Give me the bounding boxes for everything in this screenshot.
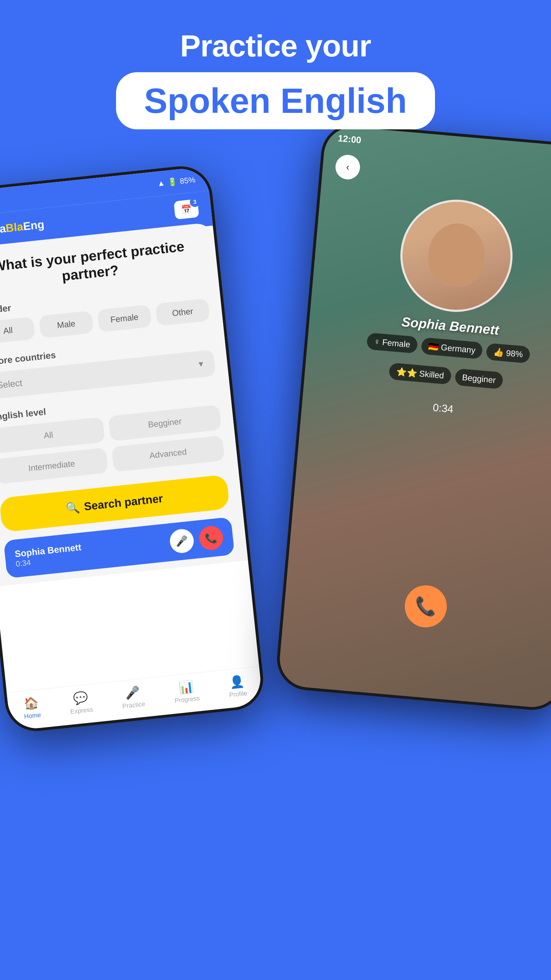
phone-left-inner: 12:00 ▲ 🔋 85% 💬 BlaBlaEng 📅 3 bbox=[0, 166, 263, 731]
call-info: Sophia Bennett 0:34 bbox=[14, 541, 83, 568]
profile-icon: 👤 bbox=[229, 674, 245, 689]
progress-icon: 📊 bbox=[178, 679, 194, 695]
nav-home-label: Home bbox=[24, 711, 41, 720]
end-call-button[interactable]: 📞 bbox=[198, 525, 225, 551]
country-label: Germany bbox=[441, 342, 476, 355]
battery-icon: 🔋 bbox=[167, 177, 178, 187]
female-icon: ♀️ bbox=[373, 336, 380, 347]
partner-title: What is your perfect practice partner? bbox=[0, 236, 205, 293]
chat-icon: 💬 bbox=[72, 690, 88, 706]
rating-label: 98% bbox=[506, 348, 523, 359]
gender-btn-all[interactable]: All bbox=[0, 317, 35, 344]
nav-profile-label: Profile bbox=[229, 690, 247, 699]
select-placeholder: Select bbox=[0, 377, 23, 391]
level-btn-begginer[interactable]: Begginer bbox=[108, 404, 221, 441]
nav-profile[interactable]: 👤 Profile bbox=[227, 674, 247, 699]
nav-practice[interactable]: 🎤 Practice bbox=[121, 684, 146, 710]
level-btn-intermediate[interactable]: Intermediate bbox=[0, 448, 108, 484]
wifi-icon: ▲ bbox=[157, 178, 166, 188]
back-icon: ‹ bbox=[346, 161, 350, 173]
level-btn-advanced[interactable]: Advanced bbox=[111, 435, 225, 472]
status-icons-left: ▲ 🔋 85% bbox=[157, 175, 196, 188]
thumbs-up-icon: 👍 bbox=[493, 347, 504, 358]
skilled-label: Skilled bbox=[419, 369, 444, 381]
bottom-nav: 🏠 Home 💬 Express 🎤 Practice 📊 Progress 👤 bbox=[7, 666, 263, 731]
app-logo-text: BlaBlaEng bbox=[0, 218, 45, 237]
app-content: What is your perfect practice partner? G… bbox=[0, 222, 248, 587]
gender-btn-female[interactable]: Female bbox=[97, 305, 152, 332]
phone-right: 12:00 ▲ 🔋 85% ‹ Sophia Bennett ♀️ bbox=[274, 122, 551, 712]
stars-icon: ⭐⭐ bbox=[396, 367, 417, 378]
time-right: 12:00 bbox=[338, 133, 362, 146]
call-actions: 🎤 📞 bbox=[169, 525, 224, 554]
nav-progress[interactable]: 📊 Progress bbox=[172, 679, 200, 705]
mute-button[interactable]: 🎤 bbox=[169, 528, 195, 554]
gender-btn-male[interactable]: Male bbox=[38, 310, 94, 338]
begginer-label: Begginer bbox=[462, 372, 496, 385]
call-timer-right: 0:34 bbox=[433, 402, 454, 415]
nav-express-label: Express bbox=[70, 706, 94, 716]
header-subtitle: Practice your bbox=[0, 28, 551, 64]
app-logo: 💬 BlaBlaEng bbox=[0, 216, 45, 240]
phone-left: 12:00 ▲ 🔋 85% 💬 BlaBlaEng 📅 3 bbox=[0, 163, 266, 734]
badge-count: 3 bbox=[189, 197, 200, 207]
caller-avatar bbox=[396, 195, 518, 317]
nav-express[interactable]: 💬 Express bbox=[68, 690, 94, 715]
search-icon: 🔍 bbox=[65, 501, 81, 515]
chevron-down-icon: ▼ bbox=[197, 359, 205, 369]
search-button-label: Search partner bbox=[83, 492, 164, 513]
notification-badge[interactable]: 📅 3 bbox=[174, 199, 199, 220]
avatar-face bbox=[398, 197, 515, 314]
phones-container: 12:00 ▲ 🔋 85% 💬 BlaBlaEng 📅 3 bbox=[0, 133, 551, 974]
female-label: Female bbox=[382, 337, 411, 350]
flag-icon: 🇩🇪 bbox=[428, 341, 439, 352]
nav-home[interactable]: 🏠 Home bbox=[22, 695, 41, 721]
nav-practice-label: Practice bbox=[122, 700, 145, 710]
header-section: Practice your Spoken English bbox=[0, 0, 551, 129]
home-icon: 🏠 bbox=[23, 695, 39, 711]
phone-icon: 📞 bbox=[414, 595, 438, 617]
mic-icon: 🎤 bbox=[124, 685, 140, 700]
header-title-box: Spoken English bbox=[116, 72, 435, 129]
header-title: Spoken English bbox=[144, 81, 407, 120]
phone-right-inner: 12:00 ▲ 🔋 85% ‹ Sophia Bennett ♀️ bbox=[278, 125, 551, 710]
battery-level: 85% bbox=[180, 175, 196, 186]
nav-progress-label: Progress bbox=[174, 695, 200, 705]
level-btn-all[interactable]: All bbox=[0, 417, 105, 453]
gender-btn-other[interactable]: Other bbox=[155, 298, 210, 326]
